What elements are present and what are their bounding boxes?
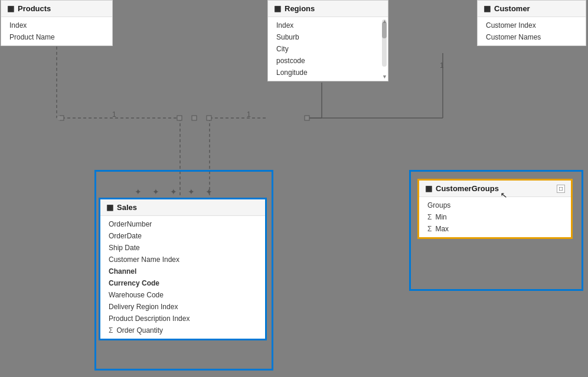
- svg-text:✦: ✦: [152, 187, 159, 196]
- list-item: Customer Names: [478, 31, 586, 43]
- regions-body: Index Suburb City postcode Longitude ▲ ▼: [268, 17, 388, 81]
- list-item: Customer Index: [478, 19, 586, 31]
- sigma-icon: Σ: [427, 213, 432, 221]
- list-item: City: [268, 43, 380, 55]
- sigma-icon: Σ: [427, 225, 432, 233]
- list-item: Longitude: [268, 67, 380, 78]
- svg-rect-14: [192, 116, 197, 120]
- regions-table-icon: ▦: [274, 4, 281, 13]
- svg-text:✦: ✦: [188, 187, 195, 196]
- list-item: Ship Date: [100, 242, 265, 254]
- svg-rect-13: [177, 116, 182, 120]
- regions-header: ▦ Regions: [268, 1, 388, 17]
- products-table-icon: ▦: [7, 4, 14, 13]
- list-item: Product Name: [1, 31, 112, 43]
- list-item: Σ Order Quantity: [100, 324, 265, 336]
- list-item: Warehouse Code: [100, 289, 265, 301]
- products-header: ▦ Products: [1, 1, 112, 17]
- customer-table-icon: ▦: [484, 4, 491, 13]
- customer-header: ▦ Customer: [478, 1, 586, 17]
- field-label: Min: [435, 213, 446, 221]
- list-item: postcode: [268, 55, 380, 67]
- customer-groups-title: CustomerGroups: [436, 184, 499, 193]
- list-item: Customer Name Index: [100, 254, 265, 265]
- products-table[interactable]: ▦ Products Index Product Name: [1, 0, 113, 46]
- sales-table[interactable]: ▦ Sales OrderNumber OrderDate Ship Date …: [99, 198, 267, 340]
- svg-rect-12: [59, 116, 64, 120]
- list-item: Index: [268, 19, 380, 31]
- svg-marker-17: [57, 115, 60, 121]
- customer-body: Customer Index Customer Names: [478, 17, 586, 45]
- sales-body: OrderNumber OrderDate Ship Date Customer…: [100, 216, 265, 339]
- list-item: Currency Code: [100, 277, 265, 289]
- svg-text:1: 1: [112, 110, 116, 119]
- list-item: Index: [1, 19, 112, 31]
- svg-text:1: 1: [440, 61, 444, 70]
- svg-rect-15: [207, 116, 211, 120]
- sales-table-icon: ▦: [106, 203, 113, 212]
- collapse-button[interactable]: □: [557, 185, 565, 193]
- customer-table[interactable]: ▦ Customer Customer Index Customer Names: [477, 0, 586, 46]
- customer-title: Customer: [494, 4, 530, 13]
- regions-title: Regions: [285, 4, 315, 13]
- customer-groups-table[interactable]: ▦ CustomerGroups □ Groups Σ Min Σ Max: [417, 179, 573, 239]
- sales-title: Sales: [117, 203, 137, 212]
- customer-groups-table-icon: ▦: [425, 184, 432, 193]
- list-item: Groups: [419, 199, 571, 211]
- products-body: Index Product Name: [1, 17, 112, 45]
- list-item: Product Description Index: [100, 313, 265, 324]
- field-label: Order Quantity: [116, 326, 163, 335]
- customer-groups-header: ▦ CustomerGroups □: [419, 181, 571, 197]
- field-label: Max: [435, 225, 449, 233]
- svg-text:✦: ✦: [205, 187, 213, 196]
- svg-text:✦: ✦: [135, 187, 142, 196]
- list-item: Σ Max: [419, 223, 571, 235]
- list-item: OrderDate: [100, 230, 265, 242]
- regions-table[interactable]: ▦ Regions Index Suburb City postcode Lon…: [267, 0, 388, 81]
- svg-rect-16: [305, 116, 309, 120]
- list-item: Suburb: [268, 31, 380, 43]
- customer-groups-body: Groups Σ Min Σ Max: [419, 197, 571, 237]
- list-item: Σ Min: [419, 211, 571, 223]
- list-item: OrderNumber: [100, 218, 265, 230]
- svg-text:1: 1: [247, 110, 251, 119]
- svg-text:✦: ✦: [170, 187, 177, 196]
- list-item: Channel: [100, 265, 265, 277]
- products-title: Products: [18, 4, 51, 13]
- list-item: Delivery Region Index: [100, 301, 265, 313]
- sigma-icon: Σ: [109, 326, 113, 335]
- sales-header: ▦ Sales: [100, 199, 265, 216]
